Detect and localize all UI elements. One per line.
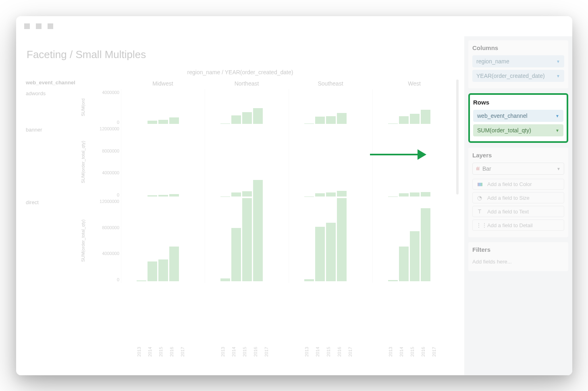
layer-slot-detail[interactable]: ⋮⋮Add a field to Detail <box>472 220 564 231</box>
facet-cell <box>289 89 372 125</box>
bar[interactable] <box>326 192 336 197</box>
bar[interactable] <box>410 192 420 197</box>
bar[interactable] <box>315 227 325 281</box>
window-button[interactable] <box>48 23 53 29</box>
x-tick: 2015 <box>158 347 168 367</box>
column-facet-header: West <box>372 79 456 89</box>
facet-cell <box>121 198 205 283</box>
x-tick: 2013 <box>304 347 314 367</box>
bar[interactable] <box>315 117 325 124</box>
bar[interactable] <box>220 278 230 281</box>
bar[interactable] <box>399 193 409 197</box>
bar[interactable] <box>158 195 168 197</box>
bar[interactable] <box>337 191 347 197</box>
bar[interactable] <box>158 120 168 124</box>
rows-panel: Rows web_event_channel▼SUM(order_total_q… <box>468 93 568 143</box>
bar[interactable] <box>231 228 241 281</box>
x-tick: 2017 <box>432 347 441 367</box>
bar[interactable] <box>304 123 314 124</box>
window-titlebar <box>16 16 572 36</box>
field-pill[interactable]: region_name▼ <box>472 55 564 67</box>
bar[interactable] <box>148 121 157 124</box>
bar[interactable] <box>399 247 409 281</box>
y-tick: 0 <box>85 120 119 125</box>
layers-panel-title: Layers <box>472 152 564 159</box>
bar[interactable] <box>304 279 314 281</box>
y-tick: 12000000 <box>85 126 119 131</box>
x-tick: 2016 <box>169 347 179 367</box>
pill-label: SUM(order_total_qty) <box>477 127 531 134</box>
columns-panel: Columns region_name▼YEAR(order_created_d… <box>468 40 568 88</box>
field-pill[interactable]: SUM(order_total_qty)▼ <box>473 124 563 136</box>
facet-cell <box>121 89 205 125</box>
window-button[interactable] <box>24 23 30 29</box>
bar[interactable] <box>231 115 241 124</box>
bar[interactable] <box>231 192 241 197</box>
text-icon: T <box>476 208 483 215</box>
bar[interactable] <box>410 114 420 124</box>
bar[interactable] <box>253 180 263 281</box>
chevron-down-icon: ▼ <box>556 74 560 78</box>
x-tick: 2013 <box>388 347 398 367</box>
config-sidebar: Columns region_name▼YEAR(order_created_d… <box>464 36 572 375</box>
y-tick: 0 <box>85 192 119 197</box>
slot-label: Add a field to Text <box>487 209 529 215</box>
bar[interactable] <box>158 259 168 281</box>
x-tick: 2013 <box>137 347 146 367</box>
facet-cell <box>372 198 456 283</box>
bar[interactable] <box>326 223 336 281</box>
facet-cell <box>205 198 289 283</box>
y-tick: 4000000 <box>85 90 119 95</box>
filters-panel: Filters Add fields here... <box>468 242 568 271</box>
chevron-down-icon: ▼ <box>556 59 560 64</box>
bar[interactable] <box>169 117 179 124</box>
filters-placeholder[interactable]: Add fields here... <box>472 257 564 267</box>
layer-slot-text[interactable]: TAdd a field to Text <box>472 206 564 217</box>
scrollbar-vertical[interactable] <box>456 79 459 194</box>
bar[interactable] <box>337 198 347 281</box>
y-axis-label: SUM(order_total_qty) <box>81 125 85 198</box>
bar[interactable] <box>315 193 325 197</box>
y-tick: 4000000 <box>85 251 119 256</box>
bar[interactable] <box>242 198 252 281</box>
pill-label: YEAR(order_created_date) <box>476 73 545 79</box>
bar[interactable] <box>242 191 252 197</box>
field-pill[interactable]: YEAR(order_created_date)▼ <box>472 70 564 82</box>
layer-slot-color[interactable]: ▮▮▮Add a field to Color <box>472 179 564 190</box>
bar[interactable] <box>399 116 409 124</box>
bar[interactable] <box>410 231 420 281</box>
field-pill[interactable]: web_event_channel▼ <box>473 110 563 122</box>
page-title: Faceting / Small Multiples <box>24 48 456 61</box>
bar[interactable] <box>242 112 252 124</box>
y-tick: 0 <box>85 277 119 282</box>
bar[interactable] <box>148 195 157 197</box>
facet-cell <box>121 125 205 198</box>
x-tick: 2015 <box>242 347 252 367</box>
app-window: Faceting / Small Multiples region_name /… <box>16 16 572 375</box>
bar[interactable] <box>388 280 398 281</box>
facet-cell <box>372 125 456 198</box>
bar[interactable] <box>137 280 146 281</box>
layer-slot-size[interactable]: ◔Add a field to Size <box>472 192 564 203</box>
facet-cell <box>205 89 289 125</box>
row-facet-label: direct <box>24 199 81 284</box>
bar[interactable] <box>220 123 230 124</box>
bar[interactable] <box>169 194 179 197</box>
window-button[interactable] <box>36 23 42 29</box>
bar[interactable] <box>388 123 398 124</box>
layer-type-select[interactable]: ılıl Bar ▼ <box>472 163 564 175</box>
row-field-header: web_event_channel <box>24 79 81 86</box>
bar[interactable] <box>169 247 179 281</box>
chevron-down-icon: ▼ <box>557 167 561 171</box>
facet-cell <box>205 125 289 198</box>
bar[interactable] <box>421 192 430 197</box>
bar[interactable] <box>148 261 157 282</box>
column-facet-header: Midwest <box>121 79 205 89</box>
bar[interactable] <box>253 108 263 124</box>
y-tick: 4000000 <box>85 170 119 175</box>
bar[interactable] <box>326 116 336 124</box>
bar[interactable] <box>421 110 430 124</box>
bar[interactable] <box>421 208 430 282</box>
row-facet-label: banner <box>24 127 81 199</box>
bar[interactable] <box>337 113 347 124</box>
